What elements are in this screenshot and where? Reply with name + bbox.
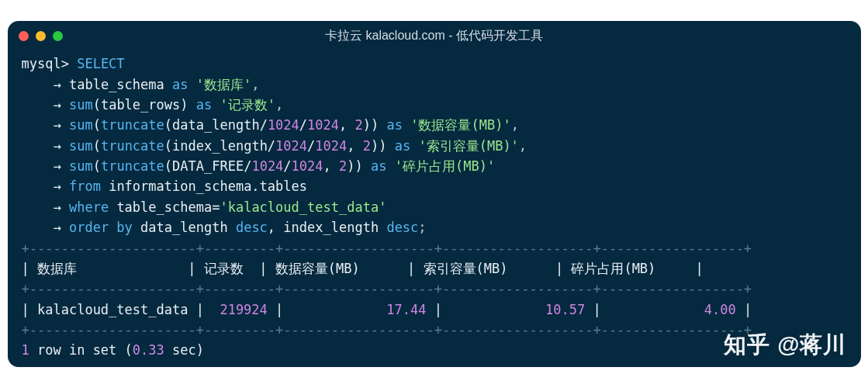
slash: / — [283, 158, 291, 174]
col-schema: table_schema — [69, 77, 172, 92]
alias-index: '索引容量(MB)' — [410, 138, 519, 154]
num-1024: 1024 — [268, 117, 299, 133]
fn-trunc: truncate — [101, 117, 164, 133]
expr: (index_length/ — [164, 138, 275, 154]
paren: ( — [93, 117, 101, 133]
kw-as: as — [386, 117, 402, 133]
num-2: 2 — [363, 138, 371, 154]
sql-query: mysql> SELECT → table_schema as '数据库', →… — [8, 54, 861, 237]
alias-data: '数据容量(MB)' — [403, 117, 511, 133]
num-2: 2 — [355, 117, 363, 133]
slash: / — [299, 117, 307, 133]
col-h2: 记录数 — [204, 261, 244, 276]
close-icon[interactable] — [19, 31, 29, 41]
paren: ( — [93, 158, 101, 174]
arrow-icon: → — [53, 97, 61, 113]
watermark: 知乎 @蒋川 — [724, 327, 846, 362]
num-1024: 1024 — [315, 138, 347, 154]
arrow-icon: → — [53, 138, 61, 154]
rparen: )) — [363, 117, 387, 133]
fn-trunc: truncate — [101, 138, 164, 154]
maximize-icon[interactable] — [53, 31, 63, 41]
col: , index_length — [268, 220, 387, 235]
paren: ( — [93, 138, 101, 154]
table-header: | 数据库 | 记录数 | 数据容量(MB) | 索引容量(MB) | 碎片占用… — [8, 258, 861, 279]
prompt: mysql> — [22, 56, 69, 71]
cond: table_schema= — [109, 199, 220, 215]
arrow-icon: → — [53, 220, 61, 235]
cell-db: kalacloud_test_data — [37, 302, 188, 317]
titlebar: 卡拉云 kalacloud.com - 低代码开发工具 — [8, 21, 861, 50]
kw-as: as — [172, 77, 188, 92]
str-dbname: 'kalacloud_test_data' — [220, 199, 386, 215]
traffic-lights — [19, 31, 63, 41]
terminal-window: 卡拉云 kalacloud.com - 低代码开发工具 mysql> SELEC… — [8, 21, 861, 366]
arrow-icon: → — [53, 178, 61, 194]
num-1024: 1024 — [307, 117, 339, 133]
comma-sp: , — [323, 158, 339, 174]
footer-text: sec) — [164, 342, 204, 358]
minimize-icon[interactable] — [36, 31, 46, 41]
elapsed-time: 0.33 — [133, 342, 164, 358]
kw-as: as — [371, 158, 386, 174]
fn-sum: sum — [69, 117, 93, 133]
comma-sp: , — [339, 117, 354, 133]
comma: , — [511, 117, 519, 133]
alias-rows: '记录数' — [212, 97, 275, 113]
arrow-icon: → — [53, 117, 61, 133]
expr: (table_rows) — [93, 97, 196, 113]
fn-trunc: truncate — [101, 158, 164, 174]
kw-desc: desc — [386, 220, 418, 235]
expr: (DATA_FREE/ — [164, 158, 252, 174]
kw-where: where — [69, 199, 109, 215]
table-border: +---------------------+---------+-------… — [8, 238, 861, 258]
kw-desc: desc — [236, 220, 268, 235]
kw-select: SELECT — [77, 56, 124, 71]
alias-db: '数据库' — [188, 77, 252, 92]
arrow-icon: → — [53, 199, 61, 215]
slash: / — [307, 138, 315, 154]
semicolon: ; — [418, 220, 426, 235]
cell-data: 17.44 — [386, 302, 426, 317]
num-1024: 1024 — [292, 158, 323, 174]
kw-as: as — [196, 97, 212, 113]
kw-from: from — [69, 178, 101, 194]
table-row: | kalacloud_test_data | 219924 | 17.44 |… — [8, 300, 861, 320]
rparen: )) — [371, 138, 395, 154]
table-ref: information_schema.tables — [101, 178, 307, 194]
fn-sum: sum — [69, 138, 93, 154]
comma: , — [275, 97, 283, 113]
comma-sp: , — [347, 138, 362, 154]
cell-index: 10.57 — [545, 302, 585, 317]
table-border: +---------------------+---------+-------… — [8, 279, 861, 299]
kw-orderby: order by — [69, 220, 133, 235]
rparen: )) — [347, 158, 371, 174]
kw-as: as — [395, 138, 410, 154]
col-h3: 数据容量(MB) — [275, 261, 360, 276]
num-1024: 1024 — [275, 138, 307, 154]
alias-frag: '碎片占用(MB)' — [387, 158, 496, 174]
fn-sum: sum — [69, 158, 93, 174]
num-1024: 1024 — [251, 158, 283, 174]
window-title: 卡拉云 kalacloud.com - 低代码开发工具 — [8, 26, 861, 46]
cell-rows: 219924 — [220, 302, 267, 317]
cell-frag: 4.00 — [704, 302, 736, 317]
comma: , — [519, 138, 527, 154]
col-h1: 数据库 — [37, 261, 77, 276]
row-count: 1 — [22, 342, 29, 358]
comma: , — [251, 77, 259, 92]
fn-sum: sum — [69, 97, 93, 113]
col-h5: 碎片占用(MB) — [571, 261, 655, 276]
col: data_length — [133, 220, 236, 235]
footer-text: row in set ( — [29, 342, 133, 358]
arrow-icon: → — [53, 158, 61, 174]
arrow-icon: → — [53, 77, 61, 92]
terminal-content[interactable]: mysql> SELECT → table_schema as '数据库', →… — [8, 50, 861, 366]
num-2: 2 — [339, 158, 347, 174]
col-h4: 索引容量(MB) — [424, 261, 508, 276]
expr: (data_length/ — [164, 117, 268, 133]
